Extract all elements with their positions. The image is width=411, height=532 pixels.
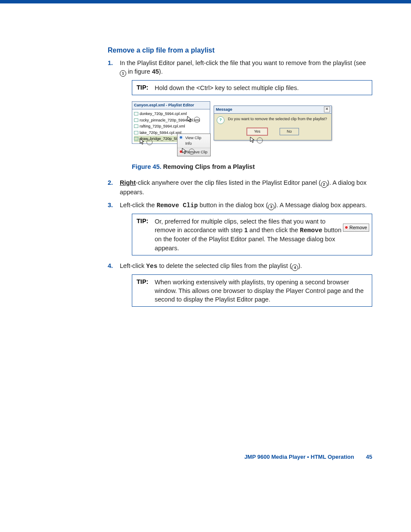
- step-text: Right-click anywhere over the clip files…: [120, 179, 367, 196]
- step-number: 2.: [108, 178, 113, 187]
- step-list: 1. In the Playlist Editor panel, left-cl…: [108, 59, 372, 307]
- step-2: 2. Right-click anywhere over the clip fi…: [108, 178, 372, 196]
- step-number: 3.: [108, 201, 113, 209]
- dialog-title: Message: [216, 107, 232, 112]
- header-accent-bar: [0, 0, 411, 3]
- remove-button-graphic: Remove: [343, 224, 369, 232]
- playlist-item[interactable]: donkey_720p_5994.cpl.xml: [134, 111, 208, 117]
- circled-1-icon: 1: [120, 70, 126, 77]
- info-icon: [179, 135, 183, 140]
- message-dialog: Message ✕ ? Do you want to remove the se…: [214, 106, 332, 140]
- step-text: Left-click the Remove Clip button in the…: [120, 202, 367, 208]
- section-heading: Remove a clip file from a playlist: [108, 47, 372, 54]
- tip-text: Hold down the <Ctrl> key to select multi…: [155, 84, 367, 92]
- playlist-title: Canyon.espl.xml - Playlist Editor: [132, 102, 210, 109]
- remove-icon: [344, 225, 349, 230]
- step-number: 4.: [108, 261, 113, 270]
- playlist-item[interactable]: rafting_720p_5994.cpl.xml: [134, 123, 208, 130]
- step-4: 4. Left-click Yes to delete the selected…: [108, 261, 372, 307]
- question-icon: ?: [217, 116, 224, 124]
- circled-3-icon: 3: [268, 204, 274, 210]
- step-number: 1.: [108, 59, 113, 67]
- tip-label: TIP:: [137, 83, 152, 92]
- dialog-text: Do you want to remove the selected clip …: [228, 116, 327, 122]
- footer-title: JMP 9600 Media Player • HTML Operation: [244, 454, 354, 460]
- yes-button[interactable]: Yes: [246, 128, 268, 136]
- callout-circle: [146, 139, 153, 145]
- step-text: In the Playlist Editor panel, left-click…: [120, 59, 366, 75]
- ctx-view-clip-info[interactable]: View Clip Info: [177, 134, 210, 148]
- step-3: 3. Left-click the Remove Clip button in …: [108, 201, 372, 255]
- figure-caption: Figure 45. Removing Clips from a Playlis…: [132, 162, 372, 171]
- tip-box-2: TIP: Or, preferred for multiple clips, s…: [132, 214, 372, 255]
- tip-box-3: TIP: When working extensively with playl…: [132, 274, 372, 307]
- page-number: 45: [366, 454, 372, 460]
- step-1: 1. In the Playlist Editor panel, left-cl…: [108, 59, 372, 171]
- tip-box-1: TIP: Hold down the <Ctrl> key to select …: [132, 80, 372, 95]
- step-text: Left-click Yes to delete the selected cl…: [120, 262, 302, 269]
- tip-label: TIP:: [137, 217, 152, 225]
- callout-circle: [257, 137, 263, 143]
- tip-text: When working extensively with playlists,…: [155, 278, 367, 304]
- tip-label: TIP:: [137, 277, 152, 286]
- no-button[interactable]: No: [280, 128, 299, 135]
- close-icon[interactable]: ✕: [324, 106, 330, 112]
- circled-4-icon: 4: [292, 264, 298, 271]
- dialog-titlebar: Message ✕: [214, 106, 331, 114]
- page-footer: JMP 9600 Media Player • HTML Operation 4…: [244, 454, 372, 460]
- remove-icon: [179, 149, 183, 154]
- circled-2-icon: 2: [321, 181, 327, 188]
- figure-45: Canyon.espl.xml - Playlist Editor donkey…: [132, 101, 372, 157]
- page-body: Remove a clip file from a playlist 1. In…: [0, 3, 411, 477]
- tip-text: Or, preferred for multiple clips, select…: [155, 217, 342, 252]
